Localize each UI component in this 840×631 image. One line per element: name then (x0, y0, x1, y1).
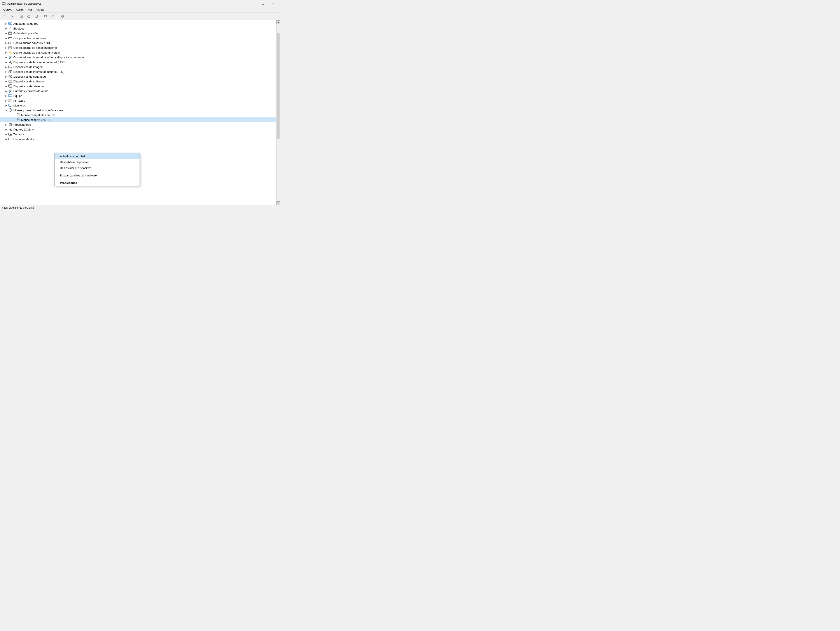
expand-imagen[interactable]: ▶ (5, 65, 8, 69)
expand-sistema[interactable]: ▶ (5, 84, 8, 88)
expand-seguridad[interactable]: ▶ (5, 75, 8, 78)
svg-rect-58 (8, 104, 12, 106)
expand-colas[interactable]: ▶ (5, 32, 8, 35)
tree-item-teclados[interactable]: ▶ Teclados (0, 132, 276, 137)
tree-item-mouse1[interactable]: ▶ Mouse compatible con HID (0, 113, 276, 117)
tree-item-firmware[interactable]: ▶ Firmware (0, 98, 276, 103)
expand-adaptadores[interactable]: ▶ (5, 22, 8, 25)
label-firmware: Firmware (13, 99, 25, 103)
context-menu-buscar[interactable]: Buscar cambios de hardware (55, 172, 140, 178)
expand-puertos[interactable]: ▶ (5, 128, 8, 131)
tree-item-sonido[interactable]: ▶ 🔊 Controladoras de sonido y vídeo y di… (0, 55, 276, 60)
back-button[interactable] (1, 13, 8, 19)
minimize-button[interactable]: — (248, 0, 258, 7)
tree-item-monitores[interactable]: ▶ Monitores (0, 103, 276, 108)
tree-item-imagen[interactable]: ▶ Dispositivos de imagen (0, 65, 276, 69)
icon-seguridad (8, 74, 13, 79)
update-driver-button[interactable] (42, 13, 49, 19)
menu-archivo[interactable]: Archivo (1, 8, 14, 12)
icon-audio: 🔊 (8, 89, 13, 93)
svg-rect-85 (9, 134, 9, 134)
expand-componentes[interactable]: ▶ (5, 36, 8, 40)
icon-componentes (8, 36, 13, 40)
tree-item-colas[interactable]: ▶ Colas de impresión (0, 31, 276, 36)
label-unidades: Unidades de dis (13, 137, 34, 141)
tree-item-ata[interactable]: ▶ Controladoras ATA/ATAPI IDE (0, 41, 276, 45)
refresh-button[interactable] (59, 13, 66, 19)
expand-usb[interactable]: ▶ (5, 60, 8, 64)
menu-bar: Archivo Acción Ver Ayuda (0, 7, 280, 13)
window-controls: — □ ✕ (248, 0, 278, 7)
scrollbar-thumb[interactable] (277, 33, 279, 139)
menu-ver[interactable]: Ver (26, 8, 34, 12)
svg-text:?: ? (28, 15, 30, 18)
expand-monitores[interactable]: ▶ (5, 104, 8, 107)
tree-item-componentes[interactable]: ▶ Componentes de software (0, 36, 276, 41)
properties-button[interactable] (18, 13, 25, 19)
tree-item-usb[interactable]: ▶ 🔌 Dispositivos de bus serie universal … (0, 60, 276, 65)
tree-item-mouse-grp[interactable]: ▼ Mouse y otros dispositivos señaladores (0, 108, 276, 113)
expand-equipo[interactable]: ▶ (5, 94, 8, 98)
icon-softdev (8, 79, 13, 84)
expand-mouse-grp[interactable]: ▼ (5, 109, 8, 112)
tree-item-adaptadores[interactable]: ▶ Adaptadores de red (0, 21, 276, 26)
context-menu-actualizar[interactable]: Actualizar controlador (55, 153, 140, 159)
expand-bluetooth[interactable]: ▶ (5, 27, 8, 30)
tree-item-bluetooth[interactable]: ▶ ᛒ Bluetooth (0, 26, 276, 31)
icon-alm (8, 46, 13, 50)
expand-unidades[interactable]: ▶ (5, 137, 8, 141)
context-menu-deshabilitar[interactable]: Deshabilitar dispositivo (55, 159, 140, 165)
device-tree[interactable]: ▶ Adaptadores de red ▶ ᛒ Bluetooth ▶ Col… (0, 21, 276, 205)
expand-alm[interactable]: ▶ (5, 46, 8, 49)
maximize-button[interactable]: □ (258, 0, 268, 7)
scroll-down-button[interactable]: ▼ (276, 201, 280, 205)
tree-item-alm[interactable]: ▶ Controladoras de almacenamiento (0, 45, 276, 50)
vertical-scrollbar[interactable]: ▲ ▼ (276, 21, 280, 205)
status-bar: Inicia el Asistente para actu (0, 205, 280, 210)
tree-item-audio[interactable]: ▶ 🔊 Entradas y salidas de audio (0, 88, 276, 93)
scrollbar-thumb-area[interactable] (276, 24, 280, 201)
tree-item-unidades[interactable]: ▶ Unidades de dis (0, 137, 276, 142)
context-menu-propiedades[interactable]: Propiedades (55, 180, 140, 186)
scan-button[interactable] (33, 13, 40, 19)
expand-teclados[interactable]: ▶ (5, 133, 8, 136)
expand-procesadores[interactable]: ▶ (5, 123, 8, 126)
svg-point-42 (11, 71, 11, 72)
label-componentes: Componentes de software (13, 36, 47, 40)
expand-bus[interactable]: ▶ (5, 51, 8, 54)
svg-marker-17 (63, 16, 64, 17)
svg-point-33 (10, 43, 11, 43)
tree-item-puertos[interactable]: ▶ 🔌 Puertos (COM y (0, 127, 276, 132)
forward-button[interactable] (8, 13, 16, 19)
help-button[interactable]: ? (25, 13, 32, 19)
menu-ayuda[interactable]: Ayuda (34, 8, 46, 12)
label-monitores: Monitores (13, 104, 26, 107)
expand-ata[interactable]: ▶ (5, 41, 8, 44)
tree-item-bus[interactable]: ▶ ⚡ Controladoras de bus serie universal (0, 50, 276, 55)
expand-hid[interactable]: ▶ (5, 70, 8, 73)
context-menu-desinstalar[interactable]: Desinstalar el dispositivo (55, 165, 140, 171)
tree-item-sistema[interactable]: ▶ Dispositivos del sistema (0, 84, 276, 88)
icon-firmware (8, 98, 13, 103)
close-button[interactable]: ✕ (268, 0, 278, 7)
svg-rect-29 (10, 37, 12, 38)
expand-softdev[interactable]: ▶ (5, 80, 8, 83)
svg-point-93 (9, 139, 9, 139)
tree-item-softdev[interactable]: ▶ Dispositivos de software (0, 79, 276, 84)
tree-item-equipo[interactable]: ▶ Equipo (0, 93, 276, 98)
svg-rect-91 (11, 134, 12, 135)
icon-imagen (8, 65, 13, 69)
svg-point-26 (11, 33, 12, 33)
expand-sonido[interactable]: ▶ (5, 55, 8, 59)
tree-item-procesadores[interactable]: ▶ Procesadores (0, 122, 276, 127)
mouse2-truncated: ible con HID (36, 118, 51, 121)
label-bluetooth: Bluetooth (13, 27, 25, 30)
expand-audio[interactable]: ▶ (5, 89, 8, 93)
uninstall-button[interactable] (50, 13, 57, 19)
tree-item-hid[interactable]: ▶ Dispositivos de interfaz de usuario (H… (0, 69, 276, 74)
expand-firmware[interactable]: ▶ (5, 99, 8, 103)
tree-item-seguridad[interactable]: ▶ Dispositivos de seguridad (0, 74, 276, 79)
menu-accion[interactable]: Acción (14, 8, 26, 12)
scroll-up-button[interactable]: ▲ (276, 21, 280, 24)
tree-item-mouse2[interactable]: ▶ Mouse comible con HID (0, 117, 276, 122)
